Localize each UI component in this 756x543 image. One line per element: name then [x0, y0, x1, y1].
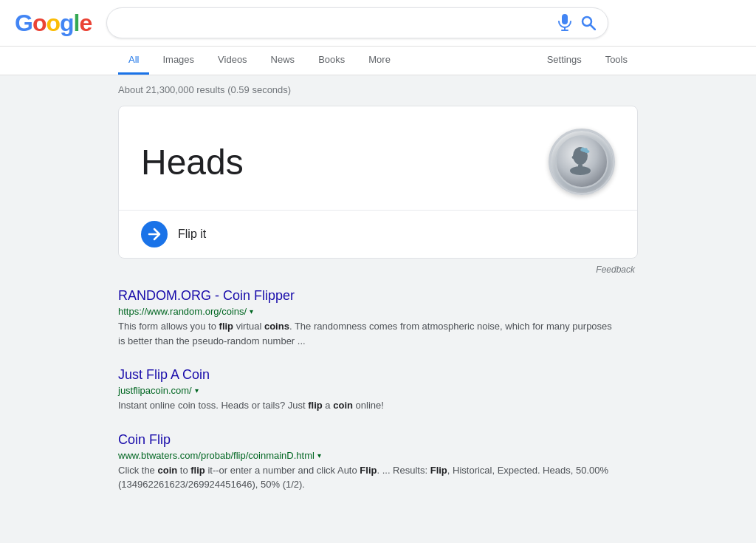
result-url-3: www.btwaters.com/probab/flip/coinmainD.h…: [118, 450, 315, 461]
search-icon[interactable]: [581, 16, 596, 30]
google-logo: Google: [15, 10, 92, 37]
coin-visual: [549, 129, 615, 195]
tab-tools[interactable]: Tools: [595, 47, 638, 75]
flip-button-area: Flip it: [119, 211, 637, 258]
tabs-bar: All Images Videos News Books More Settin…: [0, 47, 756, 75]
tab-settings[interactable]: Settings: [537, 47, 592, 75]
tab-videos[interactable]: Videos: [207, 47, 258, 75]
url-dropdown-arrow-1[interactable]: ▾: [250, 307, 253, 315]
coin-result-area: Heads: [119, 106, 637, 211]
tab-books[interactable]: Books: [308, 47, 355, 75]
svg-point-8: [570, 166, 591, 175]
tab-images[interactable]: Images: [152, 47, 205, 75]
results-count: About 21,300,000 results (0.59 seconds): [118, 84, 638, 95]
result-title-1[interactable]: RANDOM.ORG - Coin Flipper: [118, 288, 638, 304]
url-dropdown-arrow-3[interactable]: ▾: [317, 451, 321, 460]
svg-rect-0: [562, 14, 568, 24]
result-snippet-3: Click the coin to flip it--or enter a nu…: [118, 463, 620, 492]
search-input[interactable]: flip a coin: [119, 16, 557, 30]
svg-line-4: [591, 25, 596, 30]
flip-it-label[interactable]: Flip it: [178, 228, 206, 241]
tab-all[interactable]: All: [118, 47, 149, 75]
result-url-row-3: www.btwaters.com/probab/flip/coinmainD.h…: [118, 450, 638, 461]
tab-more[interactable]: More: [358, 47, 401, 75]
result-item: RANDOM.ORG - Coin Flipper https://www.ra…: [118, 288, 638, 348]
result-item: Just Flip A Coin justflipacoin.com/ ▾ In…: [118, 367, 638, 413]
search-bar: flip a coin: [106, 7, 608, 38]
microphone-icon[interactable]: [557, 14, 572, 32]
coin-svg: [555, 135, 608, 188]
result-title-2[interactable]: Just Flip A Coin: [118, 367, 638, 383]
header: Google flip a coin: [0, 0, 756, 47]
result-snippet-1: This form allows you to flip virtual coi…: [118, 319, 620, 348]
feedback-row: Feedback: [118, 264, 638, 276]
search-icons: [557, 14, 596, 32]
feedback-label[interactable]: Feedback: [596, 264, 635, 275]
flip-it-button[interactable]: [141, 221, 168, 247]
main-content: About 21,300,000 results (0.59 seconds) …: [0, 75, 756, 526]
result-url-2: justflipacoin.com/: [118, 385, 192, 396]
search-results: RANDOM.ORG - Coin Flipper https://www.ra…: [118, 288, 638, 492]
result-item: Coin Flip www.btwaters.com/probab/flip/c…: [118, 432, 638, 492]
result-url-row-2: justflipacoin.com/ ▾: [118, 385, 638, 396]
result-url-1: https://www.random.org/coins/: [118, 306, 247, 317]
result-url-row-1: https://www.random.org/coins/ ▾: [118, 306, 638, 317]
result-title-3[interactable]: Coin Flip: [118, 432, 638, 448]
result-snippet-2: Instant online coin toss. Heads or tails…: [118, 398, 620, 413]
url-dropdown-arrow-2[interactable]: ▾: [195, 386, 199, 395]
svg-point-9: [572, 156, 576, 159]
coin-flip-card: Heads: [118, 106, 638, 259]
tab-news[interactable]: News: [261, 47, 306, 75]
coin-result-text: Heads: [141, 142, 244, 182]
